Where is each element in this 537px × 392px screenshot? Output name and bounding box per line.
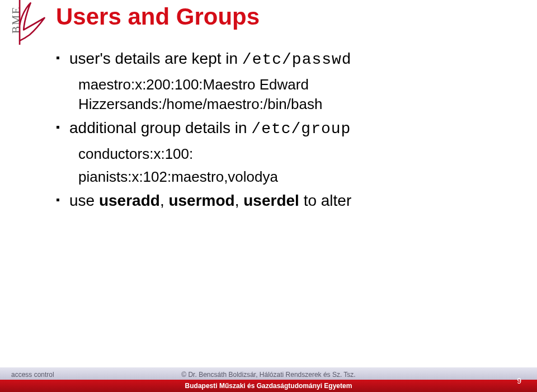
page-number: 9: [517, 376, 521, 385]
slide-title: Users and Groups: [56, 3, 260, 30]
bullet-text: additional group details in /etc/group: [69, 117, 515, 140]
code-span: /etc/passwd: [242, 51, 352, 68]
bold-span: userdel: [243, 192, 299, 209]
code-span: /etc/group: [251, 120, 351, 138]
sub-bullet-text: maestro:x:200:100:Maestro Edward Hizzers…: [78, 75, 515, 114]
bullet-mark-icon: ▪: [56, 48, 69, 67]
text-span: use: [69, 192, 99, 209]
slide: BME Users and Groups ▪ user's details ar…: [0, 0, 537, 392]
bold-span: usermod: [168, 192, 234, 209]
bullet-item: ▪ user's details are kept in /etc/passwd: [56, 48, 515, 70]
sub-bullet-text: conductors:x:100:: [78, 144, 515, 164]
bullet-text: user's details are kept in /etc/passwd: [69, 48, 515, 70]
text-span: user's details are kept in: [69, 50, 242, 67]
sub-bullet-text: pianists:x:102:maestro,volodya: [78, 167, 515, 187]
bullet-item: ▪ additional group details in /etc/group: [56, 117, 515, 140]
footer-author: © Dr. Bencsáth Boldizsár, Hálózati Rends…: [0, 371, 537, 379]
bullet-mark-icon: ▪: [56, 190, 69, 209]
bme-logo-icon: [17, 0, 50, 45]
text-span: ,: [160, 192, 169, 209]
text-span: ,: [235, 192, 244, 209]
slide-content: ▪ user's details are kept in /etc/passwd…: [56, 48, 515, 216]
text-span: to alter: [299, 192, 351, 209]
bullet-item: ▪ use useradd, usermod, userdel to alter: [56, 190, 515, 211]
footer-university: Budapesti Műszaki és Gazdaságtudományi E…: [0, 382, 537, 390]
bold-span: useradd: [99, 192, 160, 209]
bullet-text: use useradd, usermod, userdel to alter: [69, 190, 515, 211]
slide-footer: access control © Dr. Bencsáth Boldizsár,…: [0, 367, 537, 392]
bullet-mark-icon: ▪: [56, 117, 69, 136]
text-span: additional group details in: [69, 119, 251, 136]
